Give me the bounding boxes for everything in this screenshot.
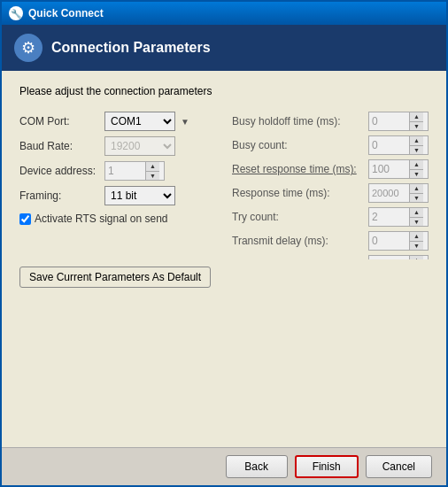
response-time-down[interactable]: ▼ (410, 193, 423, 203)
gear-icon: ⚙ (14, 34, 42, 62)
device-address-input[interactable] (105, 162, 145, 180)
framing-row: Framing: 11 bit 8 bit (19, 186, 214, 205)
com-port-select[interactable]: COM1 COM2 COM3 COM4 (104, 112, 175, 131)
busy-holdoff-down[interactable]: ▼ (410, 121, 423, 131)
transmit-delay-up[interactable]: ▲ (410, 232, 423, 241)
baud-rate-select[interactable]: 19200 9600 38400 (104, 136, 175, 156)
busy-count-down[interactable]: ▼ (410, 145, 423, 155)
description-text: Please adjust the connection parameters (19, 85, 429, 97)
try-count-row: Try count: ▲ ▼ (232, 207, 429, 227)
busy-count-row: Busy count: ▲ ▼ (232, 135, 429, 155)
framing-label: Framing: (19, 189, 99, 202)
footer: Back Finish Cancel (2, 447, 446, 485)
params-grid: COM Port: COM1 COM2 COM3 COM4 ▼ Baud Rat… (19, 112, 429, 259)
reset-response-up[interactable]: ▲ (410, 160, 423, 169)
busy-count-label: Busy count: (232, 139, 365, 151)
title-bar: 🔧 Quick Connect (2, 2, 446, 25)
response-time-row: Response time (ms): ▲ ▼ (232, 183, 429, 203)
transmit-delay-spinbox: ▲ ▼ (368, 231, 429, 251)
window-title: Quick Connect (28, 7, 104, 19)
reset-response-row: Reset response time (ms): ▲ ▼ (232, 159, 429, 179)
reset-response-down[interactable]: ▼ (410, 169, 423, 179)
try-count-spinbox: ▲ ▼ (368, 207, 429, 227)
transmit-delay-down[interactable]: ▼ (410, 241, 423, 251)
response-time-input[interactable] (369, 184, 409, 202)
right-panel: Busy holdoff time (ms): ▲ ▼ Busy count: (232, 112, 429, 259)
cancel-button[interactable]: Cancel (366, 455, 432, 478)
transmit-delay-row: Transmit delay (ms): ▲ ▼ (232, 231, 429, 251)
header-title: Connection Parameters (51, 40, 211, 56)
framing-select[interactable]: 11 bit 8 bit (104, 186, 175, 205)
left-panel: COM Port: COM1 COM2 COM3 COM4 ▼ Baud Rat… (19, 112, 214, 259)
rts-checkbox[interactable] (19, 213, 31, 225)
spacer (2, 288, 446, 448)
response-time-spinbox: ▲ ▼ (368, 183, 429, 203)
device-address-down[interactable]: ▼ (146, 171, 159, 181)
busy-count-input[interactable] (369, 136, 409, 154)
try-count-input[interactable] (369, 208, 409, 226)
reset-response-input[interactable] (369, 160, 409, 178)
device-address-label: Device address: (19, 165, 99, 177)
try-count-up[interactable]: ▲ (410, 208, 423, 217)
busy-holdoff-label: Busy holdoff time (ms): (232, 115, 365, 128)
device-address-row: Device address: ▲ ▼ (19, 161, 214, 181)
quick-connect-window: 🔧 Quick Connect ⚙ Connection Parameters … (0, 0, 448, 487)
busy-holdoff-input[interactable] (369, 112, 409, 130)
rts-checkbox-row: Activate RTS signal on send (19, 213, 214, 225)
reset-response-label: Reset response time (ms): (232, 163, 365, 175)
baud-rate-row: Baud Rate: 19200 9600 38400 (19, 136, 214, 156)
device-address-spinbox: ▲ ▼ (104, 161, 165, 181)
bottom-area: Save Current Parameters As Default (2, 259, 446, 288)
com-port-row: COM Port: COM1 COM2 COM3 COM4 ▼ (19, 112, 214, 131)
content-area: Please adjust the connection parameters … (2, 71, 446, 259)
rts-label: Activate RTS signal on send (35, 213, 168, 225)
try-count-down[interactable]: ▼ (410, 217, 423, 227)
save-default-button[interactable]: Save Current Parameters As Default (19, 267, 211, 288)
busy-holdoff-spinbox: ▲ ▼ (368, 112, 429, 131)
transmit-delay-input[interactable] (369, 232, 409, 250)
com-port-dropdown-icon[interactable]: ▼ (181, 117, 189, 127)
transmit-delay-label: Transmit delay (ms): (232, 235, 365, 247)
response-time-up[interactable]: ▲ (410, 184, 423, 193)
busy-count-spinbox: ▲ ▼ (368, 135, 429, 155)
reset-response-spinbox: ▲ ▼ (368, 159, 429, 179)
header-section: ⚙ Connection Parameters (2, 25, 446, 71)
back-button[interactable]: Back (226, 455, 288, 478)
busy-count-up[interactable]: ▲ (410, 136, 423, 145)
finish-button[interactable]: Finish (295, 455, 359, 478)
response-time-label: Response time (ms): (232, 187, 365, 199)
baud-rate-label: Baud Rate: (19, 140, 99, 152)
try-count-label: Try count: (232, 211, 365, 223)
busy-holdoff-up[interactable]: ▲ (410, 112, 423, 121)
window-icon: 🔧 (9, 6, 23, 20)
device-address-spinbox-buttons: ▲ ▼ (145, 162, 159, 180)
com-port-label: COM Port: (19, 115, 99, 128)
device-address-up[interactable]: ▲ (146, 162, 159, 171)
busy-holdoff-row: Busy holdoff time (ms): ▲ ▼ (232, 112, 429, 131)
